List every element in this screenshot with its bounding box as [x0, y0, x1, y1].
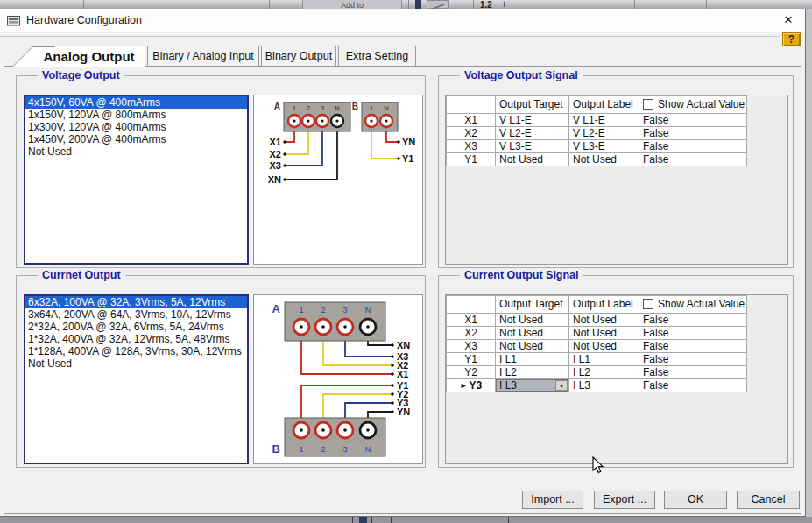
output-target-cell[interactable]: Not Used: [496, 340, 569, 353]
svg-text:A: A: [274, 102, 280, 111]
current-wiring-svg: A 1 2 3 N B: [254, 295, 422, 463]
group-title: Currnet Output: [38, 269, 125, 281]
output-label-cell[interactable]: V L1-E: [569, 114, 639, 127]
output-label-cell[interactable]: Not Used: [569, 153, 639, 166]
svg-text:N: N: [384, 104, 388, 112]
show-value-cell[interactable]: False: [639, 353, 747, 366]
output-target-cell[interactable]: Not Used: [496, 153, 569, 166]
show-value-cell[interactable]: False: [639, 366, 747, 379]
column-header: Show Actual Value: [639, 296, 747, 314]
row-header[interactable]: ►Y3: [447, 379, 496, 392]
help-button[interactable]: ?: [782, 32, 801, 46]
row-header[interactable]: Y1: [447, 353, 496, 366]
toolbar-separator: [83, 0, 84, 9]
bg-mark: [391, 517, 392, 523]
svg-text:B: B: [352, 102, 358, 111]
output-label-cell[interactable]: V L3-E: [569, 140, 639, 153]
output-target-cell[interactable]: V L1-E: [496, 114, 569, 127]
output-target-dropdown[interactable]: I L3 ▼: [496, 379, 569, 392]
row-header[interactable]: X2: [447, 327, 496, 340]
output-target-cell[interactable]: V L2-E: [496, 127, 569, 140]
row-header[interactable]: Y2: [447, 366, 496, 379]
show-actual-value-checkbox[interactable]: [643, 99, 653, 110]
probe-tool-button[interactable]: [427, 0, 449, 9]
import-button[interactable]: Import ...: [522, 491, 583, 509]
current-output-group: Currnet Output 6x32A, 100VA @ 32A, 3Vrms…: [16, 275, 426, 468]
titlebar-divider: [0, 36, 780, 37]
output-label-cell[interactable]: I L2: [569, 366, 639, 379]
toolbar-separator: [634, 0, 635, 9]
hardware-configuration-dialog: Hardware Configuration ✕ ? Analog Output…: [0, 9, 806, 517]
output-label-cell[interactable]: Not Used: [569, 340, 639, 353]
output-target-cell[interactable]: I L1: [496, 353, 569, 366]
list-item[interactable]: Not Used: [25, 145, 247, 158]
output-target-cell[interactable]: Not Used: [496, 327, 569, 340]
list-item[interactable]: 1*32A, 400VA @ 32A, 12Vrms, 5A, 48Vrms: [25, 333, 247, 345]
add-to-button[interactable]: Add to: [302, 0, 402, 9]
table-row: X1 Not Used Not Used False: [447, 314, 747, 327]
output-label-cell[interactable]: I L3: [569, 379, 639, 392]
current-output-list[interactable]: 6x32A, 100VA @ 32A, 3Vrms, 5A, 12Vrms 3x…: [24, 294, 249, 464]
background-bottom-area: [0, 517, 812, 523]
table-row-active: ►Y3 I L3 ▼ I L3 False: [447, 379, 747, 392]
list-item[interactable]: 2*32A, 200VA @ 32A, 6Vrms, 5A, 24Vrms: [25, 321, 247, 333]
list-item[interactable]: 1x150V, 120VA @ 800mArms: [25, 109, 247, 121]
tab-binary-output[interactable]: Binary Output: [261, 46, 336, 66]
list-item[interactable]: Not Used: [25, 357, 247, 370]
output-target-cell[interactable]: V L3-E: [496, 140, 569, 153]
list-item[interactable]: 1x300V, 120VA @ 400mArms: [25, 121, 247, 133]
svg-text:N: N: [365, 306, 371, 315]
tab-binary-analog-input[interactable]: Binary / Analog Input: [147, 46, 259, 66]
row-header[interactable]: X2: [447, 127, 496, 140]
list-item[interactable]: 3x64A, 200VA @ 64A, 3Vrms, 10A, 12Vrms: [25, 308, 247, 321]
output-target-cell[interactable]: I L2: [496, 366, 569, 379]
table-row: X1 V L1-E V L1-E False: [447, 114, 747, 127]
row-header[interactable]: X3: [447, 340, 496, 353]
show-value-cell[interactable]: False: [639, 379, 747, 392]
show-value-cell[interactable]: False: [639, 140, 747, 153]
show-value-cell[interactable]: False: [639, 114, 747, 127]
list-item[interactable]: 1*128A, 400VA @ 128A, 3Vrms, 30A, 12Vrms: [25, 345, 247, 357]
row-header[interactable]: X1: [447, 314, 496, 327]
output-target-cell[interactable]: Not Used: [496, 314, 569, 327]
svg-text:3: 3: [321, 104, 324, 112]
table-row: X3 Not Used Not Used False: [447, 340, 747, 353]
column-header-label: Show Actual Value: [658, 298, 745, 310]
show-value-cell[interactable]: False: [639, 340, 747, 353]
svg-text:X2: X2: [270, 149, 281, 159]
list-item[interactable]: 1x450V, 200VA @ 400mArms: [25, 133, 247, 145]
svg-text:XN: XN: [268, 174, 281, 185]
chevron-down-icon[interactable]: ▼: [555, 380, 568, 391]
row-header[interactable]: X3: [447, 140, 496, 153]
show-actual-value-checkbox[interactable]: [643, 299, 653, 309]
bg-mark: [508, 517, 509, 523]
close-icon[interactable]: ✕: [778, 11, 799, 28]
show-value-cell[interactable]: False: [639, 314, 747, 327]
svg-text:1: 1: [299, 445, 303, 454]
column-header: Output Target: [496, 296, 569, 314]
group-title: Current Output Signal: [460, 269, 583, 281]
bg-mark: [352, 517, 353, 523]
ok-button[interactable]: OK: [664, 491, 727, 509]
tab-analog-output[interactable]: Analog Output: [33, 46, 145, 67]
export-button[interactable]: Export ...: [594, 491, 655, 509]
list-item[interactable]: 4x150V, 60VA @ 400mArms: [25, 96, 247, 109]
show-value-cell[interactable]: False: [639, 153, 747, 166]
tab-extra-setting[interactable]: Extra Setting: [338, 46, 416, 66]
list-item[interactable]: 6x32A, 100VA @ 32A, 3Vrms, 5A, 12Vrms: [25, 296, 247, 308]
output-label-cell[interactable]: V L2-E: [569, 127, 639, 140]
svg-text:2: 2: [307, 104, 310, 112]
bg-mark: [441, 517, 441, 523]
show-value-cell[interactable]: False: [639, 327, 747, 340]
output-label-cell[interactable]: I L1: [569, 353, 639, 366]
row-header[interactable]: Y1: [447, 153, 496, 166]
svg-text:3: 3: [342, 445, 347, 454]
cancel-button[interactable]: Cancel: [737, 491, 800, 509]
svg-text:XN: XN: [397, 340, 410, 350]
output-label-cell[interactable]: Not Used: [569, 327, 639, 340]
mouse-cursor: [592, 456, 604, 475]
row-header[interactable]: X1: [447, 114, 496, 127]
show-value-cell[interactable]: False: [639, 127, 747, 140]
voltage-output-list[interactable]: 4x150V, 60VA @ 400mArms 1x150V, 120VA @ …: [24, 95, 249, 265]
output-label-cell[interactable]: Not Used: [569, 314, 639, 327]
